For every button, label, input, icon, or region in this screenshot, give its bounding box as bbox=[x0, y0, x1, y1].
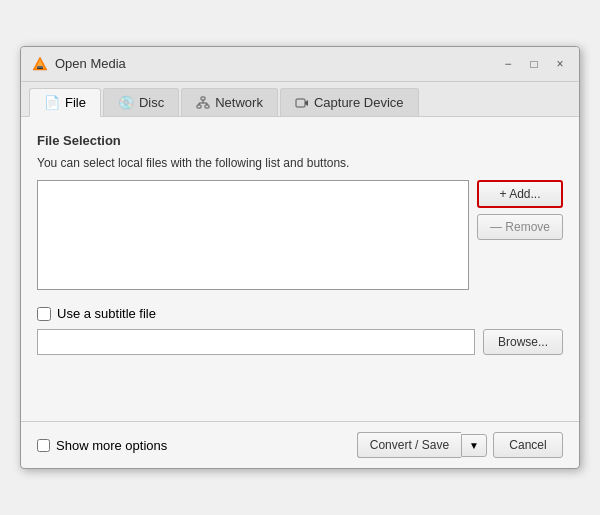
svg-rect-4 bbox=[197, 105, 201, 108]
disc-tab-label: Disc bbox=[139, 95, 164, 110]
svg-rect-5 bbox=[205, 105, 209, 108]
network-tab-label: Network bbox=[215, 95, 263, 110]
subtitle-checkbox-row: Use a subtitle file bbox=[37, 306, 563, 321]
file-list-box[interactable] bbox=[37, 180, 469, 290]
tab-disc[interactable]: 💿 Disc bbox=[103, 88, 179, 117]
browse-button[interactable]: Browse... bbox=[483, 329, 563, 355]
convert-save-button[interactable]: Convert / Save bbox=[357, 432, 461, 458]
footer-right: Convert / Save ▼ Cancel bbox=[357, 432, 563, 458]
disc-tab-icon: 💿 bbox=[118, 95, 134, 110]
title-bar-left: Open Media bbox=[31, 55, 126, 73]
vlc-icon bbox=[31, 55, 49, 73]
show-more-label: Show more options bbox=[56, 438, 167, 453]
window-title: Open Media bbox=[55, 56, 126, 71]
open-media-window: Open Media − □ × 📄 File 💿 Disc bbox=[20, 46, 580, 470]
tab-capture[interactable]: Capture Device bbox=[280, 88, 419, 117]
svg-rect-3 bbox=[201, 97, 205, 100]
file-tab-label: File bbox=[65, 95, 86, 110]
cancel-button[interactable]: Cancel bbox=[493, 432, 563, 458]
title-bar: Open Media − □ × bbox=[21, 47, 579, 82]
show-more-checkbox[interactable] bbox=[37, 439, 50, 452]
file-selection-area: + Add... — Remove bbox=[37, 180, 563, 290]
file-buttons: + Add... — Remove bbox=[477, 180, 563, 240]
content-area: File Selection You can select local file… bbox=[21, 117, 579, 371]
restore-button[interactable]: □ bbox=[525, 55, 543, 73]
capture-tab-icon bbox=[295, 95, 309, 111]
capture-tab-label: Capture Device bbox=[314, 95, 404, 110]
browse-row: Browse... bbox=[37, 329, 563, 355]
remove-button[interactable]: — Remove bbox=[477, 214, 563, 240]
minimize-button[interactable]: − bbox=[499, 55, 517, 73]
close-button[interactable]: × bbox=[551, 55, 569, 73]
tab-network[interactable]: Network bbox=[181, 88, 278, 117]
title-bar-controls: − □ × bbox=[499, 55, 569, 73]
footer-left: Show more options bbox=[37, 438, 167, 453]
subtitle-checkbox[interactable] bbox=[37, 307, 51, 321]
subtitle-checkbox-label: Use a subtitle file bbox=[57, 306, 156, 321]
footer: Show more options Convert / Save ▼ Cance… bbox=[21, 421, 579, 468]
file-selection-title: File Selection bbox=[37, 133, 563, 148]
add-button[interactable]: + Add... bbox=[477, 180, 563, 208]
tab-file[interactable]: 📄 File bbox=[29, 88, 101, 118]
convert-save-group: Convert / Save ▼ bbox=[357, 432, 487, 458]
subtitle-section: Use a subtitle file Browse... bbox=[37, 306, 563, 355]
convert-save-arrow-button[interactable]: ▼ bbox=[461, 434, 487, 457]
network-tab-icon bbox=[196, 95, 210, 111]
file-tab-icon: 📄 bbox=[44, 95, 60, 110]
subtitle-file-input[interactable] bbox=[37, 329, 475, 355]
tab-bar: 📄 File 💿 Disc Network bbox=[21, 82, 579, 118]
svg-rect-10 bbox=[296, 99, 305, 107]
file-selection-desc: You can select local files with the foll… bbox=[37, 156, 563, 170]
